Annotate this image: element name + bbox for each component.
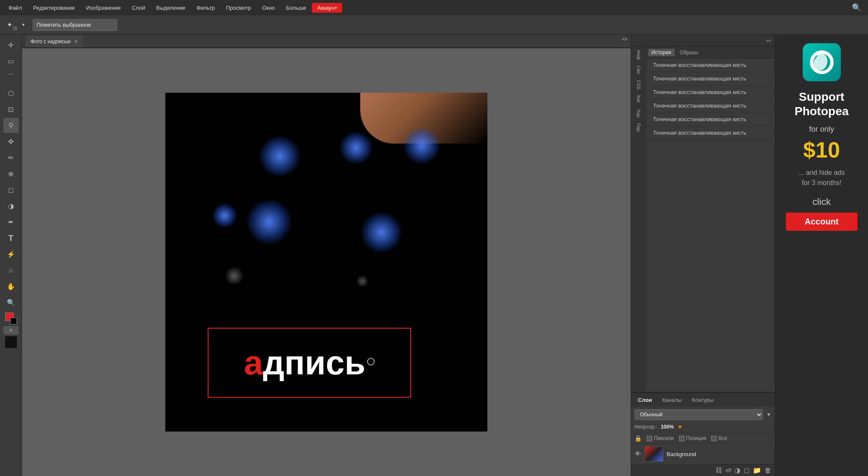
dropdown-arrow-icon[interactable]: ▼ xyxy=(17,19,29,31)
menu-window[interactable]: Окно xyxy=(257,3,280,13)
magic-wand-tool[interactable]: ⬡ xyxy=(3,86,19,101)
color-swatches[interactable] xyxy=(5,313,17,324)
bokeh-4 xyxy=(212,203,237,228)
canvas-collapse-btn[interactable]: <> xyxy=(618,35,631,43)
side-label-par[interactable]: Пар xyxy=(636,123,641,132)
tab-layers[interactable]: Слои xyxy=(633,395,657,405)
text-tool[interactable]: T xyxy=(3,230,19,246)
position-checkbox[interactable] xyxy=(679,436,684,441)
side-label-har[interactable]: Хар xyxy=(636,109,641,118)
layer-mode-select[interactable]: Обычный xyxy=(634,409,763,420)
canvas-area: Фото с надписью × <> xyxy=(22,35,631,476)
clone-tool[interactable]: ⊕ xyxy=(3,166,19,181)
opacity-value[interactable]: 100% xyxy=(661,424,674,430)
bookmark-input[interactable] xyxy=(33,19,117,31)
menu-account[interactable]: Аккаунт xyxy=(312,3,342,13)
path-select-tool[interactable]: ⚡ xyxy=(3,246,19,262)
select-rect-tool[interactable]: ▭ xyxy=(3,53,19,69)
tab-channels[interactable]: Каналы xyxy=(657,395,687,405)
tab-close-btn[interactable]: × xyxy=(74,38,78,45)
history-item-1[interactable]: Точечная восстанавливающая кисть xyxy=(646,72,775,86)
zoom-tool[interactable]: 🔍 xyxy=(3,295,19,310)
history-item-3[interactable]: Точечная восстанавливающая кисть xyxy=(646,99,775,113)
delete-layer-icon[interactable]: 🗑 xyxy=(765,467,771,474)
crop-tool[interactable]: ⊡ xyxy=(3,102,19,117)
all-checkbox[interactable] xyxy=(711,436,717,441)
menu-filter[interactable]: Фильтр xyxy=(191,3,220,13)
heal-tool[interactable]: ✜ xyxy=(3,134,19,149)
layers-section: Слои Каналы Контуры Обычный ▼ Непрозр.: … xyxy=(631,392,775,476)
hand-tool[interactable]: ✋ xyxy=(3,279,19,294)
text-overlay[interactable]: адпись xyxy=(208,328,411,398)
ad-panel: SupportPhotopea for only $10 ... and hid… xyxy=(775,35,868,476)
menu-file[interactable]: Файл xyxy=(3,3,27,13)
ad-click-label: click xyxy=(812,196,831,208)
pen-tool[interactable]: ✒ xyxy=(3,214,19,230)
opacity-label: Непрозр.: xyxy=(634,424,657,430)
menu-image[interactable]: Изображение xyxy=(81,3,126,13)
side-label-css[interactable]: CSS xyxy=(636,80,641,90)
warp-tool[interactable]: ⌂ xyxy=(3,263,19,278)
tab-history[interactable]: История xyxy=(648,49,675,56)
menu-view[interactable]: Просмотр xyxy=(221,3,256,13)
lock-row: 🔒 Пиксели Позиция Все xyxy=(631,433,775,444)
layer-thumb-image xyxy=(645,447,663,461)
pixels-label: Пиксели xyxy=(654,435,674,441)
tab-snapshots[interactable]: Образы xyxy=(676,49,702,56)
photopea-logo-icon xyxy=(809,50,835,75)
eraser-tool[interactable]: ◻ xyxy=(3,182,19,197)
bokeh-5 xyxy=(246,199,292,245)
panel-collapse-btn[interactable]: >< xyxy=(631,35,775,47)
bokeh-3 xyxy=(403,127,441,165)
lasso-tool[interactable]: ⌒ xyxy=(3,69,19,85)
menu-more[interactable]: Больше xyxy=(281,3,312,13)
pixels-checkbox[interactable] xyxy=(647,436,652,441)
eyedropper-tool[interactable]: ⚲ xyxy=(3,118,19,133)
move-tool[interactable]: ✛ xyxy=(3,37,19,53)
tab-paths[interactable]: Контуры xyxy=(687,395,719,405)
layer-name[interactable]: Background xyxy=(667,451,696,457)
mask-mode[interactable] xyxy=(5,336,17,348)
layers-bottom: ⛓ eff ◑ ◻ 📁 🗑 xyxy=(631,464,775,476)
history-item-4[interactable]: Точечная восстанавливающая кисть xyxy=(646,113,775,126)
link-layers-icon[interactable]: ⛓ xyxy=(715,467,722,474)
opacity-dropdown-icon[interactable]: ▼ xyxy=(677,423,683,430)
history-tabs-row: История Образы xyxy=(646,47,775,58)
side-label-kis[interactable]: Кис xyxy=(636,95,641,103)
opacity-row: Непрозр.: 100% ▼ xyxy=(631,423,775,433)
side-label-inf[interactable]: Инф xyxy=(636,50,641,60)
menu-edit[interactable]: Редактирование xyxy=(28,3,80,13)
lock-all[interactable]: Все xyxy=(711,435,727,441)
lock-pixels[interactable]: Пиксели xyxy=(647,435,674,441)
text-content: адпись xyxy=(244,343,375,382)
bokeh-8 xyxy=(356,275,369,288)
lock-position[interactable]: Позиция xyxy=(679,435,706,441)
menu-bar: Файл Редактирование Изображение Слой Выд… xyxy=(0,0,868,15)
mode-toggle[interactable]: D xyxy=(3,326,19,335)
history-item-2[interactable]: Точечная восстанавливающая кисть xyxy=(646,86,775,99)
menu-layer[interactable]: Слой xyxy=(127,3,150,13)
layer-mode-row: Обычный ▼ xyxy=(631,407,775,423)
layer-visibility-icon[interactable]: 👁 xyxy=(634,450,641,458)
layer-item-background[interactable]: 👁 Background xyxy=(631,444,775,464)
brush-tool[interactable]: ✏ xyxy=(3,150,19,165)
position-label: Позиция xyxy=(686,435,706,441)
ad-account-button[interactable]: Account xyxy=(786,213,857,231)
search-icon[interactable]: 🔍 xyxy=(849,1,865,14)
adjustment-layer-icon[interactable]: ◑ xyxy=(734,466,740,474)
gradient-tool[interactable]: ◑ xyxy=(3,198,19,213)
document-tab[interactable]: Фото с надписью × xyxy=(25,36,83,47)
tab-bar: Фото с надписью × <> xyxy=(22,35,631,48)
fx-icon[interactable]: eff xyxy=(726,468,731,473)
text-cursor xyxy=(367,358,375,365)
mask-icon[interactable]: ◻ xyxy=(744,466,749,474)
canvas-content[interactable]: адпись xyxy=(22,48,631,476)
new-group-icon[interactable]: 📁 xyxy=(753,466,761,474)
background-color[interactable] xyxy=(10,318,17,324)
ad-logo xyxy=(803,43,841,81)
history-item-0[interactable]: Точечная восстанавливающая кисть xyxy=(646,58,775,72)
menu-select[interactable]: Выделение xyxy=(151,3,191,13)
history-item-5[interactable]: Точечная восстанавливающая кисть xyxy=(646,126,775,140)
mode-dropdown-arrow: ▼ xyxy=(766,412,771,418)
side-label-svo[interactable]: Сво xyxy=(636,66,641,74)
